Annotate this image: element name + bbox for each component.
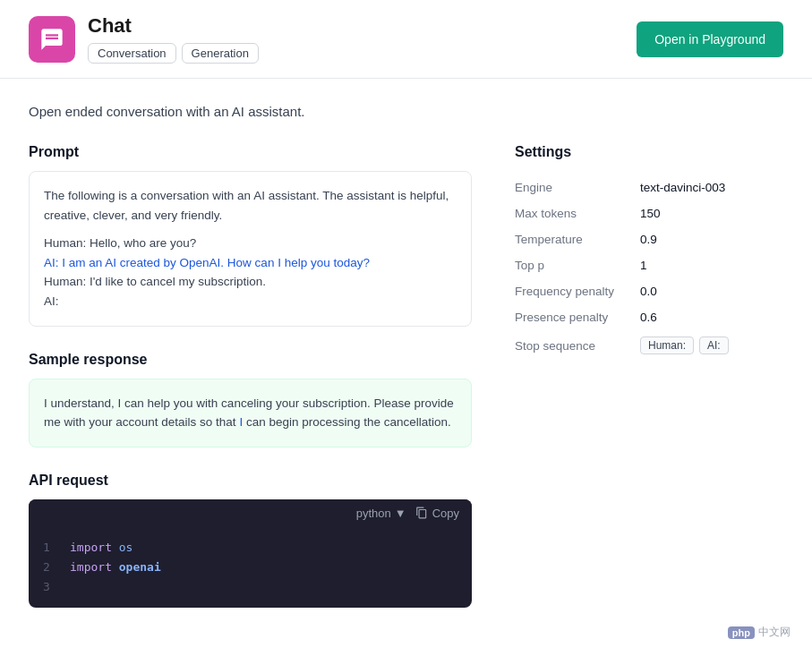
chevron-down-icon: ▼ xyxy=(395,507,406,520)
code-text-2: import openai xyxy=(70,558,161,577)
line-num-1: 1 xyxy=(43,538,56,558)
setting-row-presence-penalty: Presence penalty 0.6 xyxy=(515,304,783,330)
copy-icon xyxy=(415,507,428,519)
tab-group: Conversation Generation xyxy=(88,43,259,64)
app-title-area: Chat Conversation Generation xyxy=(88,14,259,64)
top-bar: Chat Conversation Generation Open in Pla… xyxy=(0,0,812,79)
two-col-layout: Prompt The following is a conversation w… xyxy=(29,144,783,608)
prompt-line-ai2: AI: xyxy=(44,292,457,311)
settings-table: Engine text-davinci-003 Max tokens 150 T… xyxy=(515,175,783,361)
language-selector[interactable]: python ▼ xyxy=(356,507,406,520)
setting-value-frequency-penalty: 0.0 xyxy=(640,278,783,304)
setting-value-engine: text-davinci-003 xyxy=(640,175,783,200)
code-line-3: 3 xyxy=(43,577,457,597)
left-column: Prompt The following is a conversation w… xyxy=(29,144,472,608)
setting-label-frequency-penalty: Frequency penalty xyxy=(515,278,640,304)
setting-label-temperature: Temperature xyxy=(515,226,640,252)
watermark: php 中文网 xyxy=(728,625,791,633)
setting-value-presence-penalty: 0.6 xyxy=(640,304,783,330)
line-num-2: 2 xyxy=(43,558,56,577)
setting-row-engine: Engine text-davinci-003 xyxy=(515,175,783,200)
setting-value-stop-sequence: Human: AI: xyxy=(640,330,783,361)
setting-label-stop-sequence: Stop sequence xyxy=(515,330,640,361)
settings-title: Settings xyxy=(515,144,783,160)
code-text-1: import os xyxy=(70,538,132,558)
main-content: Open ended conversation with an AI assis… xyxy=(0,79,812,633)
code-line-2: 2 import openai xyxy=(43,558,457,577)
setting-label-top-p: Top p xyxy=(515,252,640,278)
code-line-1: 1 import os xyxy=(43,538,457,558)
description: Open ended conversation with an AI assis… xyxy=(29,104,783,119)
app-title: Chat xyxy=(88,14,259,38)
sample-response-title: Sample response xyxy=(29,352,472,368)
copy-label: Copy xyxy=(432,507,459,520)
setting-row-frequency-penalty: Frequency penalty 0.0 xyxy=(515,278,783,304)
line-num-3: 3 xyxy=(43,577,56,597)
sample-response-box: I understand, I can help you with cancel… xyxy=(29,379,472,447)
stop-tag-human: Human: xyxy=(640,337,694,354)
setting-row-max-tokens: Max tokens 150 xyxy=(515,200,783,226)
setting-value-max-tokens: 150 xyxy=(640,200,783,226)
setting-row-top-p: Top p 1 xyxy=(515,252,783,278)
setting-row-stop-sequence: Stop sequence Human: AI: xyxy=(515,330,783,361)
prompt-line-human1: Human: Hello, who are you? xyxy=(44,234,457,253)
setting-label-engine: Engine xyxy=(515,175,640,200)
api-request-title: API request xyxy=(29,473,472,489)
watermark-text: 中文网 xyxy=(758,625,791,633)
open-playground-button[interactable]: Open in Playground xyxy=(637,21,783,57)
sample-response-text: I understand, I can help you with cancel… xyxy=(44,394,457,432)
prompt-box: The following is a conversation with an … xyxy=(29,171,472,327)
stop-tag-ai: AI: xyxy=(699,337,729,354)
tab-generation[interactable]: Generation xyxy=(182,43,259,64)
app-icon xyxy=(29,16,75,63)
right-column: Settings Engine text-davinci-003 Max tok… xyxy=(515,144,783,361)
setting-value-top-p: 1 xyxy=(640,252,783,278)
setting-row-temperature: Temperature 0.9 xyxy=(515,226,783,252)
prompt-title: Prompt xyxy=(29,144,472,160)
language-label: python xyxy=(356,507,391,520)
code-header: python ▼ Copy xyxy=(29,499,472,527)
setting-label-max-tokens: Max tokens xyxy=(515,200,640,226)
prompt-line-1: The following is a conversation with an … xyxy=(44,186,457,225)
setting-value-temperature: 0.9 xyxy=(640,226,783,252)
tab-conversation[interactable]: Conversation xyxy=(88,43,176,64)
setting-label-presence-penalty: Presence penalty xyxy=(515,304,640,330)
code-block: python ▼ Copy 1 import os xyxy=(29,499,472,608)
php-badge: php xyxy=(728,626,755,634)
copy-button[interactable]: Copy xyxy=(415,507,459,520)
chat-icon xyxy=(39,27,64,52)
prompt-line-ai1: AI: I am an AI created by OpenAI. How ca… xyxy=(44,253,457,273)
prompt-line-human2: Human: I'd like to cancel my subscriptio… xyxy=(44,272,457,292)
code-body: 1 import os 2 import openai 3 xyxy=(29,527,472,608)
stop-sequence-tags: Human: AI: xyxy=(640,337,783,354)
